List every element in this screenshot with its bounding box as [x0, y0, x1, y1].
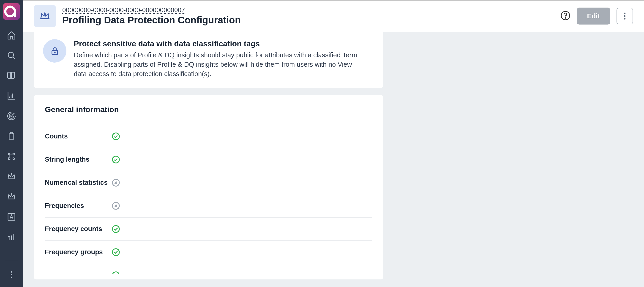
more-vertical-icon: [624, 12, 626, 20]
svg-point-7: [13, 158, 14, 159]
row-label: Counts: [45, 133, 111, 140]
info-icon-tile: [43, 39, 66, 63]
svg-point-17: [624, 18, 626, 20]
row-label: Frequency groups: [45, 248, 111, 256]
target-icon[interactable]: [6, 111, 17, 122]
row-partial: [45, 264, 372, 274]
status-enabled-icon: [111, 271, 120, 274]
row-numerical-statistics: Numerical statistics: [45, 171, 372, 194]
app-sidebar: [0, 0, 23, 287]
svg-point-11: [11, 274, 12, 275]
title-block: 00000000-0000-0000-0000-000000000007 Pro…: [62, 7, 560, 26]
svg-point-16: [624, 15, 626, 17]
row-counts: Counts: [45, 125, 372, 148]
nodes-icon[interactable]: [6, 151, 17, 162]
help-icon: [560, 11, 570, 21]
svg-point-14: [565, 18, 566, 18]
main-area: 00000000-0000-0000-0000-000000000007 Pro…: [23, 0, 644, 287]
edit-button[interactable]: Edit: [577, 8, 610, 25]
breadcrumb-id[interactable]: 00000000-0000-0000-0000-000000000007: [62, 7, 560, 14]
svg-rect-6: [13, 153, 14, 155]
row-label: Numerical statistics: [45, 179, 111, 186]
status-enabled-icon: [111, 155, 120, 164]
crown-icon: [40, 11, 50, 22]
content-scroll[interactable]: Protect sensitive data with data classif…: [23, 32, 644, 287]
info-card: Protect sensitive data with data classif…: [34, 32, 383, 88]
lock-icon: [50, 46, 60, 56]
levels-icon[interactable]: [6, 231, 17, 242]
row-frequencies: Frequencies: [45, 194, 372, 217]
svg-point-4: [8, 153, 10, 155]
svg-point-15: [624, 13, 626, 14]
svg-point-10: [11, 271, 12, 272]
svg-point-26: [112, 272, 119, 274]
topbar: 00000000-0000-0000-0000-000000000007 Pro…: [23, 0, 644, 32]
row-label: Frequency counts: [45, 225, 111, 233]
row-frequency-counts: Frequency counts: [45, 217, 372, 241]
clipboard-icon[interactable]: [6, 131, 17, 142]
info-text: Protect sensitive data with data classif…: [74, 39, 360, 79]
help-button[interactable]: [560, 11, 570, 22]
svg-point-19: [54, 52, 55, 53]
row-label: Frequencies: [45, 202, 111, 209]
row-frequency-groups: Frequency groups: [45, 241, 372, 264]
page-icon-tile: [34, 5, 56, 27]
more-actions-button[interactable]: [616, 8, 633, 24]
svg-point-9: [9, 236, 10, 237]
topbar-actions: Edit: [560, 8, 633, 25]
sidebar-more-icon[interactable]: [6, 269, 17, 280]
sidebar-divider: [4, 261, 18, 261]
status-enabled-icon: [111, 132, 120, 141]
svg-point-1: [8, 52, 14, 58]
app-logo[interactable]: [3, 3, 20, 20]
status-disabled-icon: [111, 201, 120, 210]
font-icon[interactable]: [6, 211, 17, 222]
svg-point-12: [11, 277, 12, 278]
row-label: String lengths: [45, 156, 111, 163]
chart-icon[interactable]: [6, 90, 17, 101]
crown2-icon[interactable]: [6, 191, 17, 202]
status-enabled-icon: [111, 247, 120, 257]
info-heading: Protect sensitive data with data classif…: [74, 39, 360, 48]
svg-point-0: [5, 7, 15, 16]
status-disabled-icon: [111, 178, 120, 187]
search-icon[interactable]: [6, 50, 17, 61]
info-body: Define which parts of Profile & DQ insig…: [74, 51, 360, 79]
general-information-card: General information Counts String length…: [34, 95, 383, 279]
spacer: [34, 88, 633, 95]
row-string-lengths: String lengths: [45, 148, 372, 171]
book-icon[interactable]: [6, 70, 17, 81]
home-icon[interactable]: [6, 30, 17, 41]
crown-icon[interactable]: [6, 171, 17, 182]
status-enabled-icon: [111, 224, 120, 234]
section-title: General information: [45, 105, 372, 114]
sidebar-nav: [0, 25, 23, 259]
svg-rect-5: [8, 158, 10, 159]
page-title: Profiling Data Protection Configuration: [62, 15, 560, 26]
